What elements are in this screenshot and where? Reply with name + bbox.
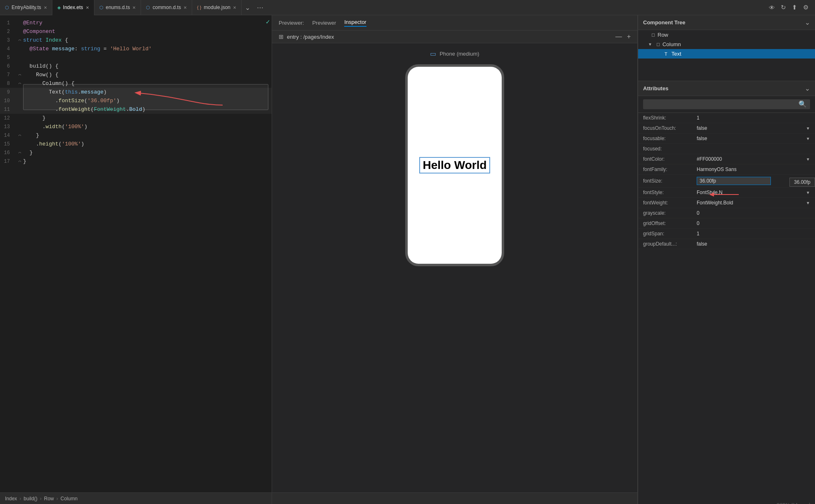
zoom-in-icon[interactable]: + [627, 33, 631, 40]
code-content: @Entry [23, 20, 272, 26]
attr-value: 0 [697, 210, 810, 216]
attr-label: gridSpan: [643, 231, 697, 237]
code-line-8: 8 ⌒ Column() { [0, 79, 272, 88]
code-line-2: 2 @Component [0, 27, 272, 36]
attr-row-fontfamily: fontFamily: HarmonyOS Sans [638, 164, 815, 175]
ts-file-icon: ⬡ [146, 5, 150, 10]
code-line-15: 15 .height('100%') [0, 140, 272, 148]
expand-icon[interactable]: ⊞ [279, 33, 284, 40]
code-line-10: 10 .fontSize('36.00fp') [0, 96, 272, 105]
gear-icon[interactable]: ⚙ [803, 4, 808, 11]
attr-label: fontWeight: [643, 200, 697, 206]
gutter-icon: ⌒ [16, 150, 23, 155]
expand-icon[interactable]: ⌄ [805, 19, 810, 26]
attr-value: FontWeight.Bold [697, 200, 804, 206]
tree-item-row[interactable]: ◻ Row [638, 30, 815, 40]
tree-item-text[interactable]: T Text [638, 49, 815, 59]
code-line-3: 3 ⌒ struct Index { [0, 36, 272, 45]
tree-item-label: Row [658, 32, 668, 38]
close-icon[interactable]: ✕ [44, 5, 47, 10]
breadcrumb-item[interactable]: build() [23, 496, 37, 502]
attr-row-focused: focused: [638, 144, 815, 154]
fontsize-input[interactable] [697, 177, 771, 185]
tab-index-ets[interactable]: ◈ Index.ets ✕ [52, 0, 94, 15]
tab-entryability[interactable]: ⬡ EntryAbility.ts ✕ [0, 0, 52, 15]
attribute-search[interactable]: 🔍 [638, 96, 815, 113]
phone-icon: ▭ [430, 50, 436, 58]
dropdown-icon[interactable]: ▼ [806, 126, 810, 131]
line-number: 7 [0, 72, 16, 78]
inspector-panel: Component Tree ⌄ ◻ Row ▼ ◻ Column T Text [638, 15, 815, 504]
expand-icon[interactable]: ⌄ [805, 84, 810, 92]
ts-file-icon: ⬡ [5, 5, 9, 10]
zoom-out-icon[interactable]: — [615, 33, 622, 40]
close-icon[interactable]: ✕ [132, 5, 136, 10]
attr-value: false [697, 136, 804, 141]
attr-row-fontstyle: fontStyle: FontStyle.N ▼ 36.00fp [638, 188, 815, 198]
close-icon[interactable]: ✕ [86, 5, 89, 10]
dropdown-icon[interactable]: ▼ [806, 136, 810, 141]
line-number: 1 [0, 20, 16, 26]
attr-row-fontsize: fontSize: [638, 175, 815, 188]
component-tree: Component Tree ⌄ ◻ Row ▼ ◻ Column T Text [638, 15, 815, 81]
code-content: Row() { [23, 72, 272, 78]
check-mark: ✓ [265, 19, 270, 25]
breadcrumb-item[interactable]: Index [5, 496, 17, 502]
code-content: .width('100%') [23, 124, 272, 130]
search-icon: 🔍 [799, 100, 807, 108]
breadcrumb-separator: › [56, 496, 58, 502]
close-icon[interactable]: ✕ [183, 5, 187, 10]
code-line-11: 11 .fontWeight(FontWeight.Bold) [0, 105, 272, 114]
dropdown-icon[interactable]: ▼ [806, 201, 810, 205]
inspector-tab[interactable]: Inspector [344, 19, 366, 27]
eye-icon[interactable]: 👁 [769, 4, 775, 11]
attr-value: 0 [697, 220, 810, 226]
main-area: ✓ 1 @Entry 2 @Component 3 ⌒ struct Index… [0, 15, 815, 504]
code-content: } [23, 158, 272, 164]
attr-label: flexShrink: [643, 115, 697, 121]
line-number: 16 [0, 150, 16, 156]
tab-module-json[interactable]: { } module.json ✕ [192, 0, 242, 15]
line-number: 8 [0, 81, 16, 87]
close-icon[interactable]: ✕ [233, 5, 236, 10]
tab-overflow-button[interactable]: ⌄ [242, 4, 254, 12]
line-number: 12 [0, 115, 16, 121]
attr-value: 1 [697, 231, 810, 237]
attr-row-gridspan: gridSpan: 1 [638, 229, 815, 239]
line-number: 6 [0, 63, 16, 69]
dropdown-icon[interactable]: ▼ [806, 157, 810, 162]
ets-file-icon: ◈ [57, 5, 61, 10]
code-line-9: 9 Text(this.message) [0, 88, 272, 96]
gutter-icon: ⌒ [16, 73, 23, 77]
attr-label: grayscale: [643, 210, 697, 216]
line-number: 14 [0, 133, 16, 138]
attr-label: focusable: [643, 136, 697, 141]
tree-item-column[interactable]: ▼ ◻ Column [638, 40, 815, 49]
tab-enums[interactable]: ⬡ enums.d.ts ✕ [94, 0, 141, 15]
attr-row-flexshrink: flexShrink: 1 [638, 113, 815, 123]
refresh-icon[interactable]: ↻ [781, 4, 786, 11]
line-number: 3 [0, 38, 16, 43]
code-content: .fontSize('36.00fp') [23, 98, 272, 104]
tab-label: common.d.ts [153, 5, 181, 10]
breadcrumb-item[interactable]: Column [61, 496, 78, 502]
breadcrumb-item[interactable]: Row [44, 496, 54, 502]
tree-arrow: ▼ [648, 42, 652, 47]
line-number: 4 [0, 46, 16, 52]
code-content: Text(this.message) [23, 89, 272, 95]
dropdown-icon[interactable]: ▼ [806, 190, 810, 195]
share-icon[interactable]: ⬆ [792, 4, 797, 11]
previewer-tab[interactable]: Previewer [312, 20, 336, 26]
attributes-header: Attributes ⌄ [638, 81, 815, 96]
code-line-13: 13 .width('100%') [0, 122, 272, 131]
code-area[interactable]: 1 @Entry 2 @Component 3 ⌒ struct Index {… [0, 15, 272, 492]
component-tree-header: Component Tree ⌄ [638, 15, 815, 30]
search-input[interactable] [643, 99, 810, 109]
attr-label: focusOnTouch: [643, 125, 697, 131]
tab-common[interactable]: ⬡ common.d.ts ✕ [141, 0, 192, 15]
line-number: 5 [0, 55, 16, 61]
attr-label: fontStyle: [643, 190, 697, 195]
tab-more-button[interactable]: ⋯ [254, 4, 267, 12]
gutter-icon: ⌒ [16, 159, 23, 164]
gutter-icon: ⌒ [16, 81, 23, 86]
